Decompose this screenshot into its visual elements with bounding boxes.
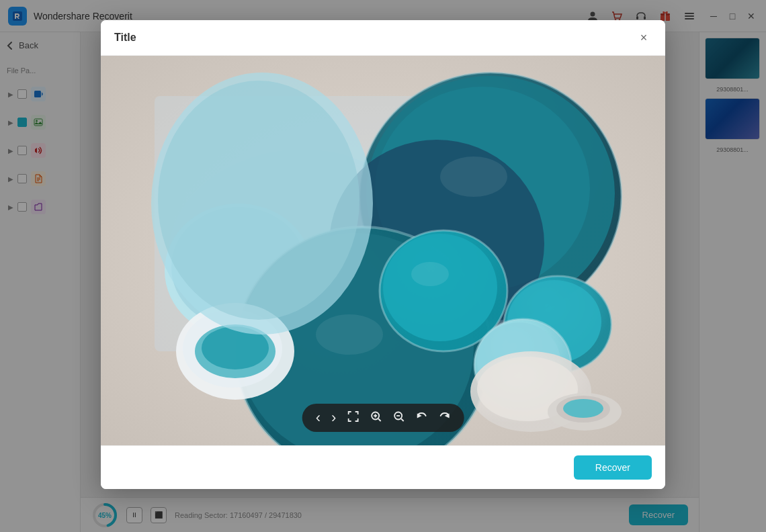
svg-marker-65: [445, 414, 448, 417]
modal-header: Title ×: [101, 20, 665, 56]
svg-line-62: [401, 419, 404, 422]
next-button[interactable]: ›: [331, 409, 336, 427]
modal-body: ‹ ›: [101, 56, 665, 445]
fullscreen-button[interactable]: [347, 410, 359, 425]
svg-line-58: [378, 419, 381, 422]
recover-button[interactable]: Recover: [574, 455, 652, 480]
modal-title: Title: [114, 32, 136, 44]
zoom-in-button[interactable]: [370, 410, 382, 425]
rotate-left-button[interactable]: [415, 410, 427, 425]
svg-point-54: [440, 157, 507, 197]
modal-footer: Recover: [101, 445, 665, 489]
svg-point-55: [316, 314, 383, 355]
svg-point-56: [411, 262, 449, 286]
prev-button[interactable]: ‹: [316, 409, 321, 427]
zoom-out-button[interactable]: [392, 410, 405, 425]
preview-modal: Title ×: [101, 20, 665, 489]
modal-close-button[interactable]: ×: [636, 30, 652, 46]
image-toolbar: ‹ ›: [302, 404, 464, 432]
modal-overlay: Title ×: [0, 0, 766, 532]
svg-point-53: [158, 81, 359, 320]
svg-point-47: [563, 399, 603, 418]
paint-cans-image: [101, 56, 665, 445]
svg-marker-64: [417, 414, 420, 417]
svg-point-35: [383, 234, 497, 341]
image-preview: ‹ ›: [101, 56, 665, 445]
rotate-right-button[interactable]: [438, 410, 450, 425]
